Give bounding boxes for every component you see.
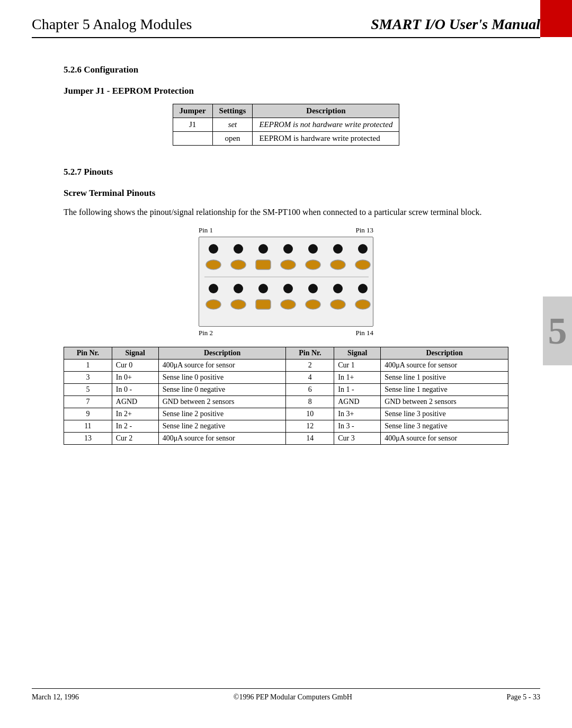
pin-nr-right: 12 — [286, 420, 334, 433]
svg-point-7 — [206, 260, 221, 269]
footer-page: Page 5 - 33 — [507, 693, 540, 702]
pin-nr-right: 2 — [286, 359, 334, 372]
signal-left: In 0 - — [112, 384, 158, 396]
col-sig1: Signal — [112, 347, 158, 359]
svg-point-20 — [333, 284, 343, 293]
table-row: 11 In 2 - Sense line 2 negative 12 In 3 … — [64, 420, 508, 433]
svg-point-3 — [283, 244, 293, 254]
pin-nr-right: 10 — [286, 408, 334, 420]
svg-point-2 — [258, 244, 268, 254]
signal-right: Cur 1 — [334, 359, 381, 372]
svg-point-25 — [281, 300, 296, 309]
pinout-table: Pin Nr. Signal Description Pin Nr. Signa… — [64, 347, 508, 445]
desc-right: Sense line 1 positive — [381, 372, 508, 384]
svg-point-28 — [355, 300, 370, 309]
settings-val-italic: set — [212, 118, 253, 132]
svg-point-8 — [231, 260, 246, 269]
col-desc2: Description — [381, 347, 508, 359]
col-sig2: Signal — [334, 347, 381, 359]
svg-point-12 — [330, 260, 345, 269]
pin-nr-left: 9 — [64, 408, 112, 420]
svg-point-18 — [283, 284, 293, 293]
desc-left: 400μA source for sensor — [158, 433, 286, 445]
page: Chapter 5 Analog Modules SMART I/O User'… — [0, 0, 572, 728]
signal-left: In 0+ — [112, 372, 158, 384]
desc-left: Sense line 0 positive — [158, 372, 286, 384]
chapter-title: Chapter 5 Analog Modules — [32, 16, 192, 33]
footer-copyright: ©1996 PEP Modular Computers GmbH — [234, 693, 352, 702]
pin-nr-left: 3 — [64, 372, 112, 384]
col-pin2: Pin Nr. — [286, 347, 334, 359]
jumper-col-header: Jumper — [173, 104, 212, 118]
pin-nr-left: 1 — [64, 359, 112, 372]
manual-title: SMART I/O User's Manual — [371, 16, 540, 33]
desc-left: Sense line 0 negative — [158, 384, 286, 396]
connector-diagram: Pin 1 Pin 13 — [64, 226, 508, 337]
signal-right: In 3 - — [334, 420, 381, 433]
description-para: The following shows the pinout/signal re… — [64, 206, 508, 219]
desc-left: Sense line 2 negative — [158, 420, 286, 433]
desc-right: 400μA source for sensor — [381, 433, 508, 445]
config-heading: 5.2.6 Configuration — [64, 65, 508, 75]
pinout-header-row: Pin Nr. Signal Description Pin Nr. Signa… — [64, 347, 508, 359]
svg-point-16 — [234, 284, 243, 293]
pin-nr-right: 6 — [286, 384, 334, 396]
svg-point-13 — [355, 260, 370, 269]
signal-right: AGND — [334, 396, 381, 408]
settings-col-header: Settings — [212, 104, 253, 118]
desc-left: 400μA source for sensor — [158, 359, 286, 372]
desc-right: Sense line 1 negative — [381, 384, 508, 396]
desc-val-open: EEPROM is hardware write protected — [253, 132, 399, 146]
signal-left: Cur 0 — [112, 359, 158, 372]
svg-point-4 — [308, 244, 318, 254]
svg-point-27 — [330, 300, 345, 309]
jumper-heading: Jumper J1 - EEPROM Protection — [64, 86, 508, 96]
desc-left: Sense line 2 positive — [158, 408, 286, 420]
desc-right: GND between 2 sensors — [381, 396, 508, 408]
pin-nr-left: 11 — [64, 420, 112, 433]
svg-point-19 — [308, 284, 318, 293]
signal-left: In 2+ — [112, 408, 158, 420]
signal-right: In 3+ — [334, 408, 381, 420]
svg-point-10 — [281, 260, 296, 269]
signal-right: Cur 3 — [334, 433, 381, 445]
signal-left: Cur 2 — [112, 433, 158, 445]
signal-left: AGND — [112, 396, 158, 408]
pin13-label: Pin 13 — [355, 226, 373, 235]
svg-point-15 — [209, 284, 218, 293]
footer: March 12, 1996 ©1996 PEP Modular Compute… — [0, 689, 572, 707]
settings-val-open: open — [212, 132, 253, 146]
table-row: 7 AGND GND between 2 sensors 8 AGND GND … — [64, 396, 508, 408]
svg-point-22 — [206, 300, 221, 309]
table-row: 5 In 0 - Sense line 0 negative 6 In 1 - … — [64, 384, 508, 396]
pin-nr-left: 7 — [64, 396, 112, 408]
table-row: 3 In 0+ Sense line 0 positive 4 In 1+ Se… — [64, 372, 508, 384]
table-row: 1 Cur 0 400μA source for sensor 2 Cur 1 … — [64, 359, 508, 372]
pin-nr-right: 8 — [286, 396, 334, 408]
col-pin1: Pin Nr. — [64, 347, 112, 359]
table-row: 9 In 2+ Sense line 2 positive 10 In 3+ S… — [64, 408, 508, 420]
svg-point-23 — [231, 300, 246, 309]
pin14-label: Pin 14 — [355, 329, 373, 337]
col-desc1: Description — [158, 347, 286, 359]
jumper-table: Jumper Settings Description J1 set EEPRO… — [173, 104, 400, 146]
pinouts-heading: 5.2.7 Pinouts — [64, 167, 508, 177]
svg-point-6 — [358, 244, 368, 254]
pin1-label: Pin 1 — [199, 226, 213, 235]
desc-left: GND between 2 sensors — [158, 396, 286, 408]
header: Chapter 5 Analog Modules SMART I/O User'… — [0, 0, 572, 33]
svg-point-21 — [358, 284, 368, 293]
table-row: J1 set EEPROM is not hardware write prot… — [173, 118, 399, 132]
screw-heading: Screw Terminal Pinouts — [64, 188, 508, 199]
desc-right: 400μA source for sensor — [381, 359, 508, 372]
signal-right: In 1 - — [334, 384, 381, 396]
svg-point-0 — [209, 244, 218, 254]
footer-date: March 12, 1996 — [32, 693, 79, 702]
desc-right: Sense line 3 positive — [381, 408, 508, 420]
connector-svg — [199, 237, 373, 327]
pin-nr-right: 14 — [286, 433, 334, 445]
svg-point-17 — [258, 284, 268, 293]
svg-point-26 — [306, 300, 320, 309]
side-tab-chapter: 5 — [543, 296, 572, 365]
jumper-val-empty — [173, 132, 212, 146]
